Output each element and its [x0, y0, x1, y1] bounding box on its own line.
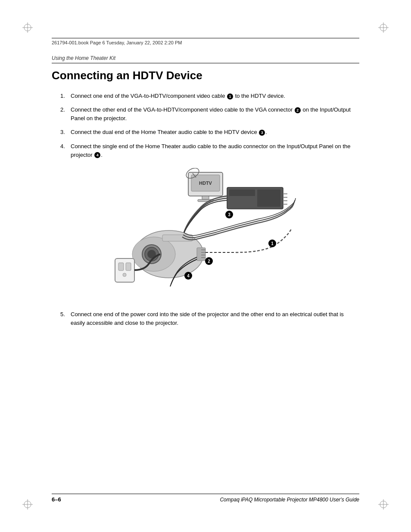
- svg-rect-15: [202, 196, 209, 199]
- step-1: 1. Connect one end of the VGA-to-HDTV/co…: [60, 92, 359, 100]
- svg-rect-46: [115, 258, 134, 282]
- step-1-num: 1.: [60, 92, 71, 100]
- step-2-text: Connect the other end of the VGA-to-HDTV…: [71, 106, 359, 123]
- step-1-text: Connect one end of the VGA-to-HDTV/compo…: [71, 92, 285, 100]
- reg-mark-tr: [378, 22, 389, 33]
- book-info: 261794-001.book Page 6 Tuesday, January …: [52, 38, 359, 45]
- footer: 6–6 Compaq iPAQ Microportable Projector …: [52, 494, 359, 503]
- step-5-num: 5.: [60, 310, 71, 327]
- svg-text:1: 1: [271, 241, 274, 246]
- circle-2: 2: [295, 107, 301, 113]
- diagram-container: HDTV 3: [52, 168, 359, 302]
- footer-guide-title: Compaq iPAQ Microportable Projector MP48…: [220, 497, 359, 503]
- svg-rect-20: [229, 190, 255, 196]
- svg-rect-21: [257, 190, 280, 207]
- svg-rect-48: [126, 263, 131, 271]
- svg-text:3: 3: [228, 212, 230, 217]
- svg-rect-47: [118, 263, 124, 271]
- circle-3: 3: [259, 130, 265, 136]
- step-3: 3. Connect the dual end of the Home Thea…: [60, 128, 359, 137]
- steps-list: 1. Connect one end of the VGA-to-HDTV/co…: [60, 92, 359, 159]
- reg-mark-tl: [22, 22, 33, 33]
- svg-rect-33: [162, 235, 193, 241]
- reg-mark-br: [378, 499, 389, 510]
- step-5: 5. Connect one end of the power cord int…: [60, 310, 359, 327]
- step-4: 4. Connect the single end of the Home Th…: [60, 142, 359, 159]
- svg-point-49: [123, 273, 126, 277]
- svg-text:2: 2: [208, 259, 210, 264]
- step-2-num: 2.: [60, 106, 71, 123]
- svg-text:HDTV: HDTV: [199, 180, 212, 186]
- step-5-text: Connect one end of the power cord into t…: [71, 310, 359, 327]
- reg-mark-bl: [22, 499, 33, 510]
- circle-4: 4: [94, 152, 100, 158]
- svg-text:4: 4: [187, 274, 190, 278]
- section-header: Using the Home Theater Kit: [52, 55, 359, 63]
- main-content: Connecting an HDTV Device 1. Connect one…: [52, 69, 359, 336]
- step-2: 2. Connect the other end of the VGA-to-H…: [60, 106, 359, 123]
- step-3-num: 3.: [60, 128, 71, 137]
- steps-list-2: 5. Connect one end of the power cord int…: [60, 310, 359, 327]
- step-4-num: 4.: [60, 142, 71, 159]
- step-4-text: Connect the single end of the Home Theat…: [71, 142, 359, 159]
- page-title: Connecting an HDTV Device: [52, 69, 359, 82]
- circle-1: 1: [227, 93, 233, 100]
- connection-diagram: HDTV 3: [102, 168, 309, 302]
- footer-page-num: 6–6: [52, 496, 61, 503]
- step-3-text: Connect the dual end of the Home Theater…: [71, 128, 267, 137]
